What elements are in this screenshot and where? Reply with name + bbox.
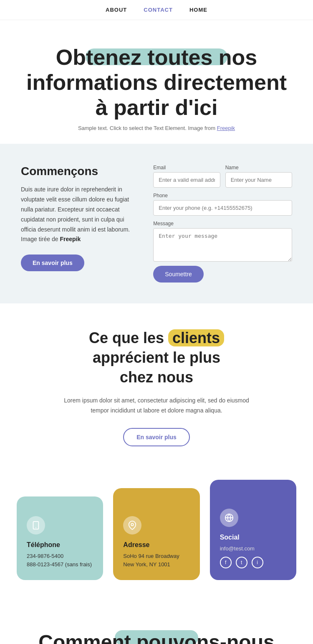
clients-learn-more-button[interactable]: En savoir plus (123, 428, 190, 446)
phone-label: Phone (153, 193, 292, 199)
contact-section: Commençons Duis aute irure dolor in repr… (0, 144, 313, 303)
hero-section: Obtenez toutes nos informations directem… (0, 20, 313, 144)
form-row-email-name: Email Name (153, 165, 292, 188)
contact-brand: Freepik (60, 236, 81, 242)
nav-contact[interactable]: CONTACT (144, 7, 173, 13)
help-heading: Comment pouvons-nous vous aider maintena… (21, 630, 292, 644)
card-phone-line1: 234-9876-5400 (27, 552, 93, 560)
clients-section: Ce que les clients apprécient le plusche… (0, 303, 313, 471)
card-social: Social info@test.com f t i (210, 480, 296, 580)
card-address: Adresse SoHo 94 rue Broadway New York, N… (113, 488, 199, 580)
hero-title: Obtenez toutes nos informations directem… (25, 45, 288, 120)
hero-subtext: Sample text. Click to select the Text El… (25, 125, 288, 131)
clients-heading: Ce que les clients apprécient le plusche… (21, 328, 292, 387)
nav-about[interactable]: ABOUT (106, 7, 127, 13)
hero-sublink[interactable]: Freepik (217, 125, 235, 131)
contact-heading: Commençons (21, 165, 136, 178)
help-section: Comment pouvons-nous vous aider maintena… (0, 605, 313, 644)
globe-icon (220, 509, 238, 527)
map-pin-icon (123, 516, 141, 535)
clients-highlight: clients (168, 329, 224, 346)
contact-form: Email Name Phone Message Soumettre (153, 165, 292, 283)
contact-body: Duis aute irure dolor in reprehenderit i… (21, 185, 136, 244)
navigation: ABOUT CONTACT HOME (0, 0, 313, 20)
message-input[interactable] (153, 228, 292, 262)
card-address-line1: SoHo 94 rue Broadway New York, NY 1001 (123, 552, 189, 568)
card-address-title: Adresse (123, 541, 189, 549)
form-group-name: Name (225, 165, 292, 188)
clients-body: Lorem ipsum dolor sit amet, consectetur … (56, 396, 257, 416)
form-group-email: Email (153, 165, 220, 188)
cards-section: Téléphone 234-9876-5400 888-0123-4567 (s… (0, 471, 313, 605)
submit-button[interactable]: Soumettre (153, 266, 204, 283)
card-phone-line2: 888-0123-4567 (sans frais) (27, 560, 93, 569)
facebook-icon[interactable]: f (220, 557, 232, 568)
contact-learn-more-button[interactable]: En savoir plus (21, 255, 84, 271)
form-group-message: Message (153, 221, 292, 262)
svg-point-2 (131, 524, 134, 526)
instagram-icon[interactable]: i (252, 557, 263, 568)
card-social-title: Social (220, 534, 286, 541)
phone-icon (27, 516, 45, 535)
message-label: Message (153, 221, 292, 227)
card-social-email: info@test.com (220, 545, 286, 553)
twitter-icon[interactable]: t (236, 557, 247, 568)
card-phone: Téléphone 234-9876-5400 888-0123-4567 (s… (17, 496, 103, 580)
nav-home[interactable]: HOME (189, 7, 207, 13)
email-label: Email (153, 165, 220, 171)
form-group-phone: Phone (153, 193, 292, 216)
card-phone-title: Téléphone (27, 541, 93, 549)
name-label: Name (225, 165, 292, 171)
social-icons-group: f t i (220, 557, 286, 568)
email-input[interactable] (153, 172, 220, 188)
contact-left: Commençons Duis aute irure dolor in repr… (21, 165, 136, 271)
phone-input[interactable] (153, 200, 292, 216)
name-input[interactable] (225, 172, 292, 188)
